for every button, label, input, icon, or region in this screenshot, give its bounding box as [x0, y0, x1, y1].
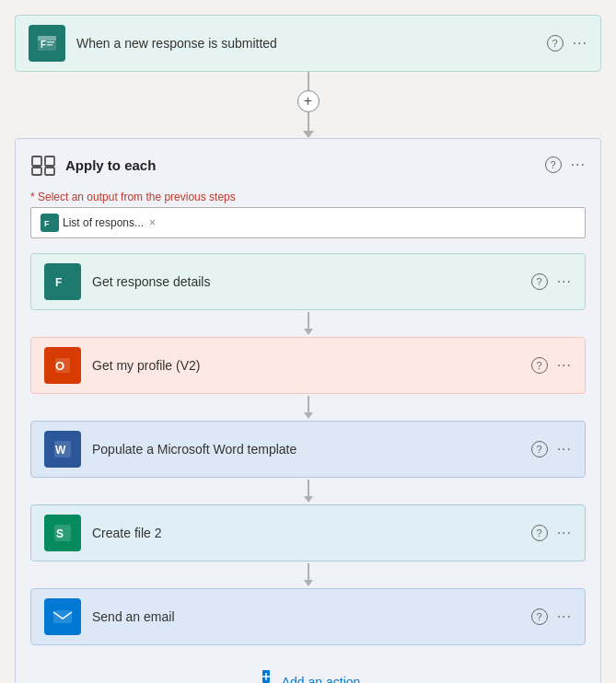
tag-icon: F [41, 214, 59, 232]
step-label-get-profile: Get my profile (V2) [92, 358, 520, 373]
select-output-label: * Select an output from the previous ste… [30, 191, 586, 203]
svg-text:S: S [56, 527, 64, 540]
step-label-get-response: Get response details [92, 274, 520, 289]
step-populate-word: W Populate a Microsoft Word template ? ·… [30, 421, 586, 478]
trigger-help-icon[interactable]: ? [547, 35, 564, 52]
inner-connector-2 [30, 396, 586, 419]
apply-loop-icon [30, 152, 56, 178]
svg-rect-17 [53, 610, 72, 623]
apply-to-each-container: Apply to each ? ··· * Select an output f… [15, 138, 601, 683]
step-icon-populate-word: W [44, 431, 81, 468]
step-help-icon-4[interactable]: ? [531, 525, 548, 541]
step-get-profile: O Get my profile (V2) ? ··· [30, 337, 586, 394]
step-more-icon-3[interactable]: ··· [557, 441, 572, 457]
tag-close-icon[interactable]: × [149, 216, 156, 229]
add-action-icon [256, 669, 276, 683]
apply-actions: ? ··· [545, 156, 586, 173]
step-help-icon-2[interactable]: ? [531, 357, 548, 374]
step-actions-populate-word: ? ··· [531, 441, 572, 457]
inner-connector-3 [30, 480, 586, 503]
add-action-button[interactable]: Add an action [243, 664, 374, 683]
svg-rect-6 [45, 156, 54, 166]
step-help-icon-3[interactable]: ? [531, 441, 548, 457]
trigger-icon: F [29, 25, 65, 62]
add-connector: + [297, 72, 320, 138]
apply-help-icon[interactable]: ? [545, 156, 562, 173]
inner-connector-4 [30, 563, 586, 586]
svg-rect-8 [45, 168, 54, 175]
add-action-area: Add an action [30, 664, 586, 683]
step-help-icon-5[interactable]: ? [531, 608, 548, 625]
trigger-label: When a new response is submitted [76, 36, 536, 51]
step-create-file: S Create file 2 ? ··· [30, 504, 586, 561]
svg-text:O: O [55, 359, 64, 373]
apply-header: Apply to each ? ··· [30, 152, 586, 178]
svg-text:F: F [55, 276, 62, 289]
flow-canvas: F When a new response is submitted ? ···… [15, 15, 601, 683]
svg-rect-3 [47, 41, 54, 43]
trigger-block: F When a new response is submitted ? ··· [15, 15, 601, 72]
apply-more-icon[interactable]: ··· [571, 156, 586, 173]
step-icon-get-response: F [44, 263, 81, 300]
step-send-email: Send an email ? ··· [30, 588, 586, 645]
step-help-icon-1[interactable]: ? [531, 273, 548, 290]
step-get-response: F Get response details ? ··· [30, 253, 586, 310]
step-more-icon-2[interactable]: ··· [557, 357, 572, 374]
step-more-icon-4[interactable]: ··· [557, 525, 572, 541]
step-more-icon-1[interactable]: ··· [557, 273, 572, 290]
output-tag: F List of respons... × [41, 214, 156, 232]
step-actions-send-email: ? ··· [531, 608, 572, 625]
apply-title: Apply to each [65, 157, 536, 173]
trigger-actions: ? ··· [547, 35, 587, 52]
svg-text:F: F [41, 40, 46, 50]
step-icon-send-email [44, 598, 81, 635]
inner-connector-1 [30, 312, 586, 335]
step-actions-create-file: ? ··· [531, 525, 572, 541]
step-more-icon-5[interactable]: ··· [557, 608, 572, 625]
step-label-send-email: Send an email [92, 609, 520, 624]
step-icon-create-file: S [44, 515, 81, 551]
step-icon-get-profile: O [44, 347, 81, 384]
output-input[interactable]: F List of respons... × [30, 207, 586, 238]
trigger-more-icon[interactable]: ··· [573, 35, 587, 52]
svg-rect-5 [32, 156, 41, 166]
svg-text:F: F [44, 219, 50, 228]
add-step-button[interactable]: + [297, 90, 320, 112]
step-actions-get-response: ? ··· [531, 273, 572, 290]
connector-line-top [308, 72, 309, 90]
tag-text: List of respons... [63, 216, 144, 229]
step-label-create-file: Create file 2 [92, 526, 520, 540]
add-action-label: Add an action [282, 675, 361, 684]
svg-rect-4 [47, 44, 52, 46]
step-label-populate-word: Populate a Microsoft Word template [92, 442, 520, 457]
svg-text:W: W [55, 444, 66, 457]
connector-line-bottom [308, 112, 309, 131]
step-actions-get-profile: ? ··· [531, 357, 572, 374]
svg-rect-7 [32, 168, 41, 175]
connector-arrow [303, 131, 314, 138]
